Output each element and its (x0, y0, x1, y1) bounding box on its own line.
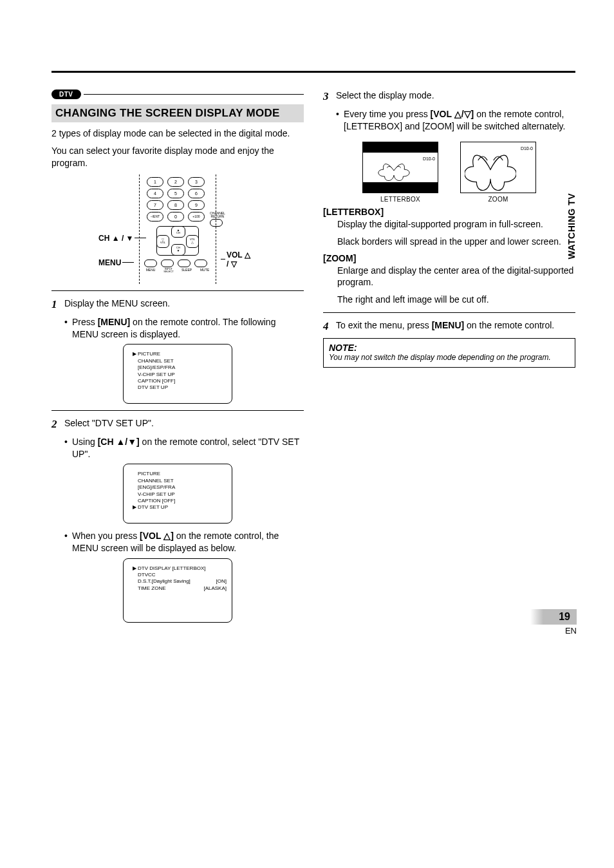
remote-numpad: 1 2 3 4 5 6 7 8 9 –/ENT 0 +100 (147, 177, 205, 222)
left-column: DTV CHANGING THE SCREEN DISPLAY MODE 2 t… (51, 90, 304, 629)
step-3: 3 Select the display mode. (323, 90, 575, 104)
num-1: 1 (147, 177, 163, 187)
dpad-right: VOL△ (186, 235, 199, 248)
note-box: NOTE: You may not switch the display mod… (323, 338, 575, 368)
note-title: NOTE: (329, 343, 570, 353)
letterbox-title: [LETTERBOX] (323, 207, 575, 217)
num-100: +100 (188, 212, 205, 222)
remote-dpad: ▲CH CH▼ ▽VOL VOL△ (156, 226, 199, 256)
num-3: 3 (188, 177, 205, 187)
flower-icon (465, 145, 516, 191)
letterbox-desc-2: Black borders will spread in the upper a… (337, 236, 575, 248)
step-2-number: 2 (51, 417, 64, 432)
num-0: 0 (167, 212, 184, 222)
top-rule (51, 71, 575, 73)
step-3-number: 3 (323, 90, 336, 104)
callout-ch: CH ▲ / ▼ (98, 234, 147, 243)
channel-return-label: CHANNELRETURN (210, 212, 225, 227)
preview-zoom: D10-0 ZOOM (460, 142, 536, 203)
preview-letterbox-caption: LETTERBOX (380, 196, 420, 203)
letterbox-desc-1: Display the digital-supported program in… (337, 218, 575, 231)
step-3-text: Select the display mode. (336, 90, 434, 104)
preview-zoom-caption: ZOOM (488, 196, 508, 203)
step-1-bullet: • Press [MENU] on the remote control. Th… (64, 316, 304, 341)
menu-screen-3: ▶DTV DISPLAY [LETTERBOX] DTVCC D.S.T.[Da… (123, 558, 232, 623)
step-2-bullet-1: • Using [CH ▲/▼] on the remote control, … (64, 436, 304, 460)
num-5: 5 (167, 189, 184, 198)
callout-vol: VOL △ / ▽ (219, 250, 252, 269)
page-number: 19 (539, 609, 577, 625)
channel-label: D10-0 (521, 146, 533, 151)
dpad-left: ▽VOL (156, 235, 169, 248)
flower-icon (376, 159, 412, 182)
num-ent: –/ENT (147, 212, 163, 222)
zoom-desc-1: Enlarge and display the center area of t… (337, 265, 575, 289)
num-4: 4 (147, 189, 163, 198)
page-footer: 19 EN (539, 609, 577, 636)
note-body: You may not switch the display mode depe… (329, 353, 570, 363)
right-column: 3 Select the display mode. • Every time … (323, 90, 575, 629)
dpad-down: CH▼ (171, 244, 185, 256)
menu-screen-2: PICTURE CHANNEL SET [ENG]/ESP/FRA V-CHIP… (123, 464, 232, 523)
remote-bottom-row (144, 259, 207, 267)
separator (51, 290, 304, 291)
intro-2: You can select your favorite display mod… (51, 145, 304, 169)
preview-letterbox: D10-0 LETTERBOX (362, 142, 438, 203)
step-1-number: 1 (51, 297, 64, 312)
menu-screen-1: ▶PICTURE CHANNEL SET [ENG]/ESP/FRA V-CHI… (123, 344, 232, 403)
callout-menu: MENU (98, 258, 135, 267)
section-heading: CHANGING THE SCREEN DISPLAY MODE (51, 104, 304, 122)
remote-diagram: 1 2 3 4 5 6 7 8 9 –/ENT 0 +100 CHANNELRE… (51, 175, 304, 284)
channel-label: D10-0 (423, 156, 435, 161)
side-tab: WATCHING TV (566, 193, 577, 259)
step-3-bullet: • Every time you press [VOL △/▽] on the … (336, 108, 575, 133)
step-2: 2 Select "DTV SET UP". (51, 417, 304, 432)
page-language: EN (539, 626, 577, 636)
separator (51, 410, 304, 411)
num-6: 6 (188, 189, 205, 198)
step-4-number: 4 (323, 319, 336, 334)
zoom-desc-2: The right and left image will be cut off… (337, 294, 575, 306)
dtv-badge-row: DTV (51, 90, 304, 99)
dtv-badge-line (84, 94, 304, 95)
display-mode-previews: D10-0 LETTERBOX D10-0 (323, 142, 575, 203)
step-1: 1 Display the MENU screen. (51, 297, 304, 312)
dpad-up: ▲CH (171, 226, 185, 238)
dtv-badge: DTV (51, 90, 81, 99)
num-2: 2 (167, 177, 184, 187)
step-2-bullet-2: • When you press [VOL △] on the remote c… (64, 530, 304, 554)
num-8: 8 (167, 200, 184, 210)
zoom-title: [ZOOM] (323, 253, 575, 263)
step-4: 4 To exit the menu, press [MENU] on the … (323, 319, 575, 334)
step-2-text: Select "DTV SET UP". (64, 417, 154, 432)
remote-bottom-labels: MENU INPUT SELECT SLEEP MUTE (144, 268, 212, 273)
num-7: 7 (147, 200, 163, 210)
separator (323, 312, 575, 313)
step-1-text: Display the MENU screen. (64, 297, 170, 312)
num-9: 9 (188, 200, 205, 210)
intro-1: 2 types of display mode can be selected … (51, 127, 304, 140)
